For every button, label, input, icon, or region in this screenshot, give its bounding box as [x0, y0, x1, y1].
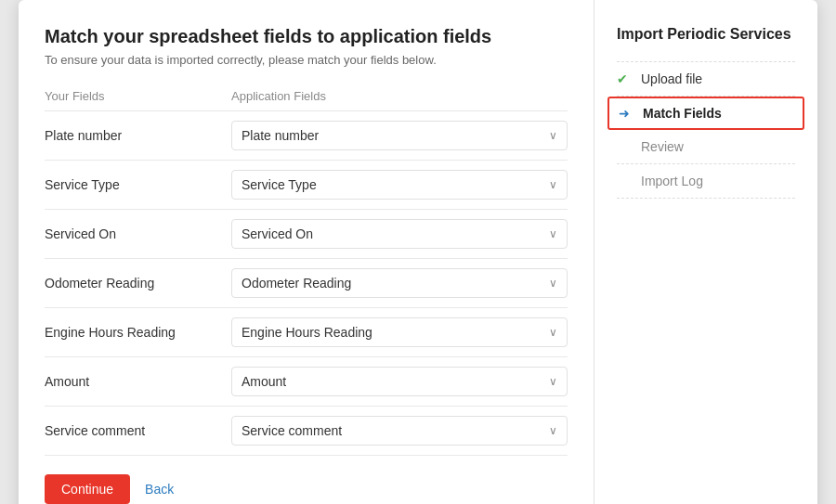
- sidebar-step-import-log[interactable]: Import Log: [617, 164, 795, 199]
- sidebar-step-label: Upload file: [641, 71, 702, 86]
- chevron-down-icon: ∨: [549, 178, 557, 191]
- app-field-select[interactable]: Amount∨: [231, 367, 568, 396]
- field-row: Service TypeService Type∨: [45, 161, 568, 210]
- sidebar-step-label: Import Log: [641, 174, 703, 188]
- left-panel: Match your spreadsheet fields to applica…: [19, 0, 594, 504]
- chevron-down-icon: ∨: [549, 375, 557, 388]
- your-field-label: Plate number: [45, 128, 216, 143]
- sidebar-title: Import Periodic Services: [617, 26, 795, 43]
- app-field-select[interactable]: Engine Hours Reading∨: [231, 317, 568, 347]
- chevron-down-icon: ∨: [549, 424, 557, 437]
- right-panel: Import Periodic Services ✔Upload file➜Ma…: [594, 0, 817, 504]
- app-field-text: Plate number: [242, 128, 319, 143]
- app-field-select[interactable]: Service Type∨: [231, 170, 568, 200]
- your-field-label: Odometer Reading: [45, 276, 216, 291]
- app-field-text: Serviced On: [242, 226, 313, 241]
- your-field-label: Service Type: [45, 177, 216, 192]
- app-field-select[interactable]: Service comment∨: [231, 416, 568, 446]
- footer-actions: Continue Back: [45, 474, 568, 504]
- checkmark-icon: ✔: [617, 71, 634, 86]
- sidebar-steps: ✔Upload file➜Match FieldsReviewImport Lo…: [617, 61, 795, 199]
- app-fields-column-header: Application Fields: [216, 89, 568, 103]
- sidebar-step-match-fields[interactable]: ➜Match Fields: [607, 97, 804, 130]
- your-field-label: Service comment: [45, 423, 216, 438]
- field-row: AmountAmount∨: [45, 357, 568, 407]
- continue-button[interactable]: Continue: [45, 474, 130, 504]
- field-row: Service commentService comment∨: [45, 407, 568, 456]
- field-row: Engine Hours ReadingEngine Hours Reading…: [45, 308, 568, 357]
- field-row: Serviced OnServiced On∨: [45, 210, 568, 259]
- sidebar-step-review[interactable]: Review: [617, 130, 795, 164]
- chevron-down-icon: ∨: [549, 129, 557, 142]
- import-modal: Match your spreadsheet fields to applica…: [19, 0, 817, 504]
- your-field-label: Engine Hours Reading: [45, 325, 216, 340]
- field-row: Odometer ReadingOdometer Reading∨: [45, 259, 568, 308]
- field-row: Plate numberPlate number∨: [45, 110, 568, 161]
- sidebar-step-label: Review: [641, 139, 684, 154]
- your-field-label: Serviced On: [45, 226, 216, 241]
- app-field-text: Service comment: [242, 423, 342, 438]
- app-field-text: Odometer Reading: [242, 276, 351, 291]
- your-field-label: Amount: [45, 374, 216, 389]
- app-field-text: Engine Hours Reading: [242, 325, 372, 340]
- chevron-down-icon: ∨: [549, 227, 557, 240]
- app-field-select[interactable]: Odometer Reading∨: [231, 268, 568, 298]
- app-field-text: Service Type: [242, 177, 317, 192]
- fields-list: Plate numberPlate number∨Service TypeSer…: [45, 110, 568, 456]
- app-field-text: Amount: [242, 374, 286, 389]
- app-field-select[interactable]: Plate number∨: [231, 121, 568, 150]
- app-field-select[interactable]: Serviced On∨: [231, 219, 568, 249]
- your-fields-column-header: Your Fields: [45, 89, 216, 103]
- sidebar-step-label: Match Fields: [643, 106, 722, 121]
- back-button[interactable]: Back: [145, 482, 174, 497]
- chevron-down-icon: ∨: [549, 277, 557, 290]
- main-subtitle: To ensure your data is imported correctl…: [45, 53, 568, 67]
- chevron-down-icon: ∨: [549, 326, 557, 339]
- arrow-icon: ➜: [619, 106, 635, 121]
- main-title: Match your spreadsheet fields to applica…: [45, 26, 568, 47]
- fields-header: Your Fields Application Fields: [45, 89, 568, 103]
- sidebar-step-upload-file[interactable]: ✔Upload file: [617, 61, 795, 97]
